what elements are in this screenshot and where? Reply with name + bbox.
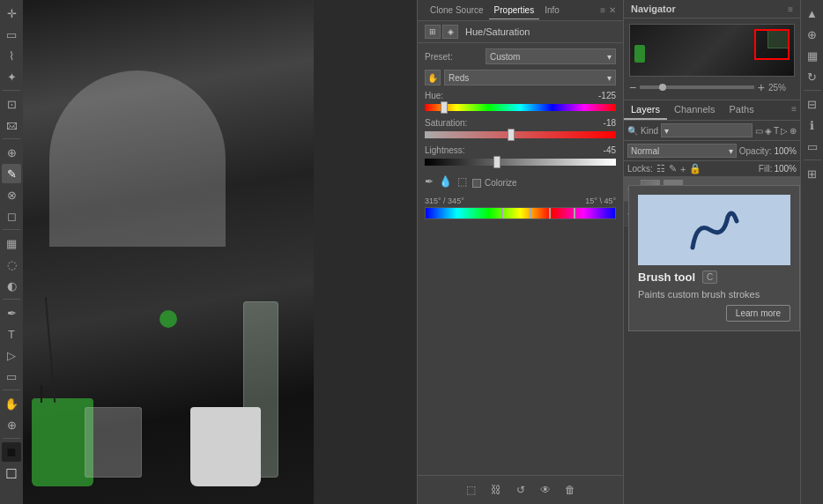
- layers-tab[interactable]: Layers: [624, 100, 667, 120]
- brush-tool[interactable]: ✎: [2, 164, 21, 183]
- clone-source-tab[interactable]: Clone Source: [425, 2, 489, 19]
- zoom-track[interactable]: [640, 85, 754, 89]
- magic-wand-tool[interactable]: ✦: [2, 67, 21, 86]
- lock-transparent-icon[interactable]: ☷: [656, 163, 665, 174]
- hand-tool[interactable]: ✋: [2, 394, 21, 413]
- zoom-in-button[interactable]: +: [758, 80, 765, 94]
- arrange-icon[interactable]: ⊟: [803, 94, 822, 114]
- adjustment-icon-2[interactable]: ◈: [442, 25, 458, 39]
- lightness-value: -45: [604, 145, 616, 155]
- right-panel: Navigator ≡ − + 25%: [624, 0, 800, 504]
- gradient-tool[interactable]: ▦: [2, 233, 21, 253]
- channel-dropdown[interactable]: Reds ▾: [444, 70, 616, 85]
- navigator-icon[interactable]: ▲: [803, 4, 822, 23]
- learn-more-button[interactable]: Learn more: [726, 305, 790, 322]
- selection-tool[interactable]: ▭: [2, 25, 21, 44]
- visibility-button[interactable]: 👁: [537, 481, 554, 499]
- paths-tab[interactable]: Paths: [723, 100, 761, 120]
- hue-label: Hue:: [425, 91, 443, 100]
- expand-icon[interactable]: ≡: [600, 5, 605, 15]
- dodge-tool[interactable]: ◐: [2, 276, 21, 295]
- color-range-bar[interactable]: [425, 207, 616, 219]
- filter-pixel-icon[interactable]: ▭: [755, 126, 763, 136]
- crop-tool[interactable]: ⊡: [2, 94, 21, 114]
- opacity-value[interactable]: 100%: [774, 146, 797, 156]
- lock-position-icon[interactable]: +: [680, 164, 686, 174]
- panel-tabs: Clone Source Properties Info ≡ ✕: [418, 0, 623, 21]
- pen-option-icon[interactable]: ✒: [425, 175, 434, 188]
- transform-icon[interactable]: ⊞: [803, 164, 822, 183]
- kind-dropdown[interactable]: ▾: [661, 123, 753, 137]
- hue-value: -125: [598, 91, 616, 100]
- brush-tool-title: Brush tool: [638, 271, 695, 284]
- brush-title-row: Brush tool C: [638, 271, 790, 284]
- reset-button[interactable]: ↺: [512, 481, 530, 499]
- lightness-slider[interactable]: [425, 157, 616, 167]
- channels-tab[interactable]: Channels: [667, 100, 722, 120]
- zoom-thumb[interactable]: [659, 84, 666, 91]
- colorize-checkbox[interactable]: [472, 179, 481, 188]
- lock-image-icon[interactable]: ✎: [669, 163, 677, 174]
- shape-tool[interactable]: ▭: [2, 367, 21, 386]
- properties-tab[interactable]: Properties: [489, 2, 540, 19]
- lightness-thumb[interactable]: [493, 156, 500, 168]
- preset-dropdown[interactable]: Custom ▾: [486, 48, 616, 64]
- delete-button[interactable]: 🗑: [561, 481, 579, 499]
- eyedropper-tool[interactable]: 🖂: [2, 115, 21, 135]
- search-icon[interactable]: 🔍: [627, 126, 638, 136]
- move-tool[interactable]: ✛: [2, 4, 21, 23]
- filter-smart-icon[interactable]: ⊕: [790, 126, 797, 136]
- properties-panel: Clone Source Properties Info ≡ ✕ ⊞ ◈ Hue…: [417, 0, 624, 504]
- path-selection-tool[interactable]: ▷: [2, 345, 21, 365]
- color-range-header: 315° / 345° 15° \ 45°: [425, 196, 616, 205]
- hand-icon[interactable]: ✋: [425, 70, 441, 85]
- hue-slider[interactable]: [425, 102, 616, 113]
- chain-button[interactable]: ⛓: [487, 481, 505, 499]
- filter-type-icon[interactable]: T: [774, 126, 779, 136]
- nav-red-rect[interactable]: [754, 29, 790, 60]
- nav-thumb-image: [630, 25, 794, 76]
- saturation-thumb[interactable]: [508, 129, 515, 141]
- canvas-image[interactable]: [23, 0, 314, 504]
- range-right-label: 15° \ 45°: [585, 196, 616, 205]
- info-icon[interactable]: ℹ: [803, 115, 822, 135]
- range-marker-1: [501, 208, 503, 219]
- healing-tool[interactable]: ⊕: [2, 143, 21, 162]
- canvas-icon[interactable]: ▭: [803, 137, 822, 156]
- clone-stamp-tool[interactable]: ⊗: [2, 185, 21, 204]
- brush-preview: [638, 195, 790, 265]
- type-tool[interactable]: T: [2, 324, 21, 344]
- filter-shape-icon[interactable]: ▷: [781, 126, 788, 136]
- mask-button[interactable]: ⬚: [463, 481, 480, 499]
- range-icon[interactable]: ⬚: [457, 175, 467, 188]
- eyedropper-option-icon[interactable]: 💧: [439, 175, 452, 188]
- navigator-thumbnail[interactable]: [629, 24, 795, 77]
- foreground-color-swatch[interactable]: ■: [2, 442, 21, 462]
- pen-tool[interactable]: ✒: [2, 303, 21, 322]
- blend-row: Normal ▾ Opacity: 100%: [624, 141, 800, 161]
- crosshair-icon[interactable]: ⊕: [803, 25, 822, 44]
- lasso-tool[interactable]: ⌇: [2, 46, 21, 65]
- layers-menu-icon[interactable]: ≡: [788, 100, 800, 120]
- hue-thumb[interactable]: [441, 101, 448, 114]
- blur-tool[interactable]: ◌: [2, 255, 21, 274]
- grid-icon[interactable]: ▦: [803, 46, 822, 65]
- eraser-tool[interactable]: ◻: [2, 206, 21, 226]
- background-color-swatch[interactable]: □: [2, 463, 21, 483]
- info-tab[interactable]: Info: [539, 2, 565, 19]
- zoom-out-button[interactable]: −: [629, 80, 636, 94]
- panel-toolbar: ⬚ ⛓ ↺ 👁 🗑: [418, 475, 623, 504]
- navigator-menu-icon[interactable]: ≡: [788, 4, 793, 14]
- filter-adj-icon[interactable]: ◈: [765, 126, 772, 136]
- zoom-tool[interactable]: ⊕: [2, 415, 21, 434]
- blend-mode-dropdown[interactable]: Normal ▾: [627, 144, 737, 158]
- opacity-label: Opacity:: [739, 146, 772, 156]
- fill-value[interactable]: 100%: [774, 164, 797, 174]
- saturation-slider[interactable]: [425, 130, 616, 140]
- adjustment-icon-1[interactable]: ⊞: [425, 25, 441, 39]
- rotate-icon[interactable]: ↻: [803, 67, 822, 86]
- panel-header: ⊞ ◈ Hue/Saturation: [418, 21, 623, 43]
- close-panel-icon[interactable]: ✕: [609, 5, 616, 15]
- lock-all-icon[interactable]: 🔒: [689, 163, 701, 174]
- fill-label: Fill:: [759, 164, 773, 174]
